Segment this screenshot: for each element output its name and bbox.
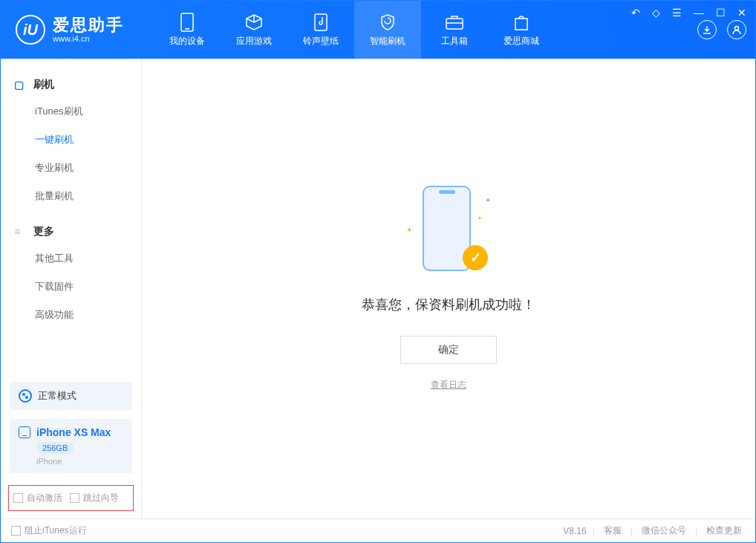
mode-icon [19,389,32,403]
shield-icon [378,13,397,32]
sidebar-group-flash: ▢ 刷机 [1,72,141,97]
sidebar-item-batch-flash[interactable]: 批量刷机 [1,182,141,210]
checkmark-badge-icon: ✓ [463,245,488,270]
back-icon[interactable]: ↶ [628,5,643,20]
minimize-button[interactable]: ― [691,5,707,20]
tab-smart-flash[interactable]: 智能刷机 [354,1,421,59]
sidebar-item-oneclick-flash[interactable]: 一键刷机 [1,126,141,154]
close-button[interactable]: ✕ [734,5,749,20]
tab-my-device[interactable]: 我的设备 [154,1,221,59]
menu-lines-icon: ≡ [14,226,26,238]
svg-rect-3 [446,19,463,29]
version-label: V8.16 [563,526,586,536]
sparkle-icon: ✦ [478,215,482,221]
checkbox-icon [13,493,23,503]
tab-apps-games[interactable]: 应用游戏 [221,1,287,59]
svg-point-4 [735,27,739,30]
device-name: iPhone XS Max [36,426,111,438]
toolbox-icon [445,13,464,32]
device-icon [177,13,197,32]
view-log-link[interactable]: 查看日志 [431,379,466,391]
tab-ringtones[interactable]: 铃声壁纸 [287,1,354,59]
sidebar-item-itunes-flash[interactable]: iTunes刷机 [1,97,141,126]
device-small-icon [19,426,30,438]
checkbox-icon [11,526,21,536]
nav-tabs: 我的设备 应用游戏 铃声壁纸 智能刷机 工具箱 爱思商城 [154,1,555,59]
checkbox-auto-activate[interactable]: 自动激活 [13,492,62,504]
success-illustration: ✓ ✦ ✦ ✦ [393,186,504,275]
mode-label: 正常模式 [38,389,76,403]
footer-wechat-link[interactable]: 微信公众号 [639,524,689,537]
menu-icon[interactable]: ☰ [669,5,685,20]
app-title: 爱思助手 [53,16,124,34]
skin-icon[interactable]: ◇ [649,5,663,20]
account-button[interactable] [727,20,746,39]
svg-rect-2 [315,14,327,30]
bag-icon [512,13,531,32]
sidebar-item-other-tools[interactable]: 其他工具 [1,244,141,273]
sidebar-group-more: ≡ 更多 [1,219,141,244]
app-url: www.i4.cn [53,34,124,43]
window-controls: ↶ ◇ ☰ ― ☐ ✕ [628,5,749,20]
svg-rect-1 [185,28,189,30]
footer-support-link[interactable]: 客服 [601,524,625,537]
device-type: iPhone [36,457,123,466]
checkbox-block-itunes[interactable]: 阻止iTunes运行 [11,524,87,537]
device-storage: 256GB [36,442,74,454]
logo-icon: iU [16,15,45,45]
main-content: ✓ ✦ ✦ ✦ 恭喜您，保资料刷机成功啦！ 确定 查看日志 [142,59,755,518]
mode-badge[interactable]: 正常模式 [10,382,132,410]
phone-icon: ▢ [14,79,26,91]
device-card[interactable]: iPhone XS Max 256GB iPhone [10,419,132,473]
checkbox-skip-guide[interactable]: 跳过向导 [70,492,119,504]
tab-store[interactable]: 爱思商城 [488,1,555,59]
confirm-button[interactable]: 确定 [400,336,497,364]
footer-update-link[interactable]: 检查更新 [703,524,745,537]
success-message: 恭喜您，保资料刷机成功啦！ [362,296,535,313]
cube-icon [244,13,264,32]
highlighted-options: 自动激活 跳过向导 [8,485,134,511]
sidebar: ▢ 刷机 iTunes刷机 一键刷机 专业刷机 批量刷机 ≡ 更多 其他工具 下… [1,59,142,518]
header-actions [697,20,746,39]
tab-toolbox[interactable]: 工具箱 [421,1,488,59]
logo-area: iU 爱思助手 www.i4.cn [16,15,124,45]
music-icon [311,13,330,32]
download-button[interactable] [697,20,717,39]
sidebar-item-download-firmware[interactable]: 下载固件 [1,273,141,301]
sidebar-item-pro-flash[interactable]: 专业刷机 [1,154,141,182]
maximize-button[interactable]: ☐ [713,5,729,20]
sidebar-item-advanced[interactable]: 高级功能 [1,301,141,329]
checkbox-icon [70,493,79,503]
footer: 阻止iTunes运行 V8.16 | 客服 | 微信公众号 | 检查更新 [1,518,755,542]
sparkle-icon: ✦ [406,226,412,234]
sparkle-icon: ✦ [485,196,491,204]
